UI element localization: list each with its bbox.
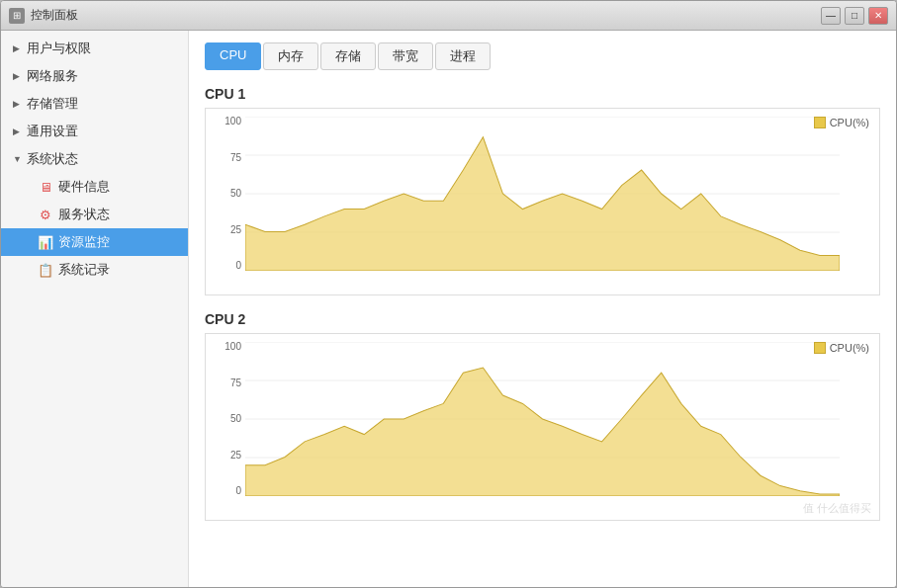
cpu1-chart: 100 75 50 25 0 CPU(%) <box>205 108 880 295</box>
arrow-icon: ▼ <box>13 154 23 164</box>
tab-process[interactable]: 进程 <box>435 42 491 70</box>
maximize-button[interactable]: □ <box>845 7 864 25</box>
sidebar-item-monitor[interactable]: 📊 资源监控 <box>1 228 188 256</box>
app-icon: ⊞ <box>9 8 25 24</box>
window-title: 控制面板 <box>31 7 821 24</box>
sidebar-label: 资源监控 <box>58 233 110 251</box>
cpu1-area <box>245 137 840 271</box>
cpu1-section: CPU 1 100 75 50 25 0 CPU(%) <box>205 86 880 295</box>
sidebar-label: 网络服务 <box>27 67 78 85</box>
sidebar-item-sysstate[interactable]: ▼ 系统状态 <box>1 145 188 173</box>
cpu1-title: CPU 1 <box>205 86 880 102</box>
tab-storage[interactable]: 存储 <box>320 42 376 70</box>
right-panel: CPU 内存 存储 带宽 进程 CPU 1 100 75 50 25 <box>189 31 896 587</box>
sidebar-label: 用户与权限 <box>27 40 91 57</box>
sidebar-item-hardware[interactable]: 🖥 硬件信息 <box>1 173 188 201</box>
hardware-icon: 🖥 <box>37 178 54 196</box>
watermark: 值 什么值得买 <box>803 501 871 516</box>
tab-cpu[interactable]: CPU <box>205 42 261 70</box>
sidebar-item-general[interactable]: ▶ 通用设置 <box>1 118 188 145</box>
sidebar-item-storage-mgmt[interactable]: ▶ 存储管理 <box>1 90 188 118</box>
sidebar-label: 通用设置 <box>27 123 78 140</box>
titlebar: ⊞ 控制面板 — □ ✕ <box>1 1 896 31</box>
tab-memory[interactable]: 内存 <box>263 42 318 70</box>
cpu2-chart: 100 75 50 25 0 CPU(%) <box>205 333 880 521</box>
cpu2-legend-color <box>814 342 826 354</box>
cpu2-svg <box>245 342 840 496</box>
monitor-icon: 📊 <box>37 233 54 251</box>
cpu1-legend-label: CPU(%) <box>830 117 869 128</box>
cpu1-legend-color <box>814 117 826 128</box>
main-window: ⊞ 控制面板 — □ ✕ ▶ 用户与权限 ▶ 网络服务 ▶ 存储管理 ▶ <box>0 0 897 588</box>
arrow-icon: ▶ <box>13 99 23 109</box>
cpu2-area <box>245 368 840 496</box>
sidebar: ▶ 用户与权限 ▶ 网络服务 ▶ 存储管理 ▶ 通用设置 ▼ 系统状态 🖥 硬件… <box>1 31 189 587</box>
sidebar-label: 存储管理 <box>27 95 78 113</box>
cpu2-title: CPU 2 <box>205 311 880 327</box>
sidebar-label: 硬件信息 <box>58 178 110 196</box>
tab-bandwidth[interactable]: 带宽 <box>378 42 433 70</box>
sidebar-item-network[interactable]: ▶ 网络服务 <box>1 62 188 90</box>
minimize-button[interactable]: — <box>821 7 841 25</box>
syslog-icon: 📋 <box>37 261 54 279</box>
sidebar-item-service[interactable]: ⚙ 服务状态 <box>1 201 188 228</box>
arrow-icon: ▶ <box>13 71 23 81</box>
sidebar-item-users[interactable]: ▶ 用户与权限 <box>1 35 188 62</box>
sidebar-item-syslog[interactable]: 📋 系统记录 <box>1 256 188 284</box>
sidebar-label: 服务状态 <box>58 206 110 223</box>
service-icon: ⚙ <box>37 206 54 223</box>
cpu1-legend: CPU(%) <box>814 117 869 128</box>
arrow-icon: ▶ <box>13 43 23 53</box>
arrow-icon: ▶ <box>13 126 23 136</box>
cpu1-yaxis: 100 75 50 25 0 <box>206 117 245 271</box>
charts-area: CPU 1 100 75 50 25 0 CPU(%) <box>205 86 880 575</box>
cpu2-legend: CPU(%) <box>814 342 869 354</box>
close-button[interactable]: ✕ <box>868 7 888 25</box>
cpu2-legend-label: CPU(%) <box>830 342 869 354</box>
sidebar-label: 系统记录 <box>58 261 110 279</box>
main-content: ▶ 用户与权限 ▶ 网络服务 ▶ 存储管理 ▶ 通用设置 ▼ 系统状态 🖥 硬件… <box>1 31 896 587</box>
tab-bar: CPU 内存 存储 带宽 进程 <box>205 42 880 70</box>
cpu2-yaxis: 100 75 50 25 0 <box>206 342 245 496</box>
cpu2-section: CPU 2 100 75 50 25 0 CPU(%) <box>205 311 880 521</box>
window-controls: — □ ✕ <box>821 7 888 25</box>
cpu1-svg <box>245 117 840 271</box>
sidebar-label: 系统状态 <box>27 150 78 168</box>
